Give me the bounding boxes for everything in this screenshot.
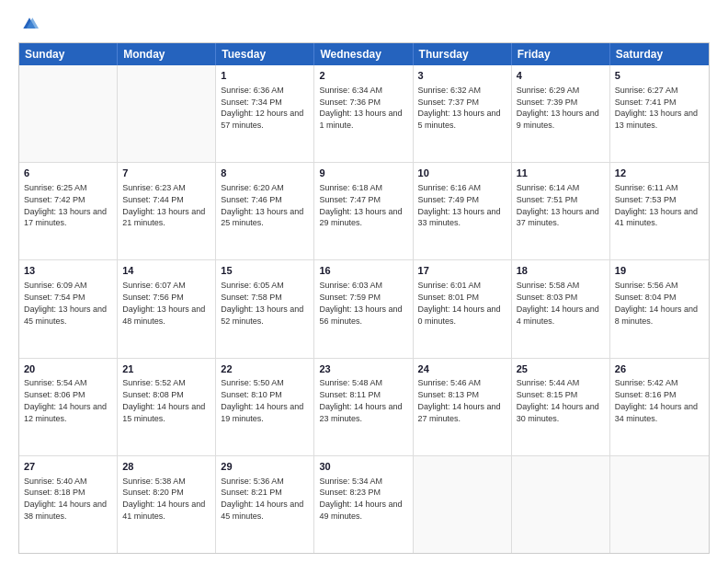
calendar-cell: 2Sunrise: 6:34 AM Sunset: 7:36 PM Daylig…: [314, 65, 413, 162]
weekday-header: Friday: [512, 43, 610, 65]
cell-daylight-info: Sunrise: 5:40 AM Sunset: 8:18 PM Dayligh…: [24, 477, 109, 521]
weekday-header: Wednesday: [314, 43, 413, 65]
table-row: 27Sunrise: 5:40 AM Sunset: 8:18 PM Dayli…: [19, 456, 709, 553]
calendar-cell: [19, 65, 118, 162]
day-number: 23: [319, 362, 407, 376]
calendar-cell: 5Sunrise: 6:27 AM Sunset: 7:41 PM Daylig…: [610, 65, 709, 162]
table-row: 1Sunrise: 6:36 AM Sunset: 7:34 PM Daylig…: [19, 65, 709, 163]
calendar-cell: 14Sunrise: 6:07 AM Sunset: 7:56 PM Dayli…: [118, 260, 216, 357]
cell-daylight-info: Sunrise: 5:54 AM Sunset: 8:06 PM Dayligh…: [24, 378, 109, 422]
cell-daylight-info: Sunrise: 5:58 AM Sunset: 8:03 PM Dayligh…: [517, 281, 602, 325]
calendar-cell: 19Sunrise: 5:56 AM Sunset: 8:04 PM Dayli…: [610, 260, 709, 357]
day-number: 4: [517, 69, 605, 83]
cell-daylight-info: Sunrise: 5:38 AM Sunset: 8:20 PM Dayligh…: [122, 477, 208, 521]
calendar-cell: 13Sunrise: 6:09 AM Sunset: 7:54 PM Dayli…: [19, 260, 118, 357]
day-number: 14: [122, 264, 210, 278]
calendar-cell: 16Sunrise: 6:03 AM Sunset: 7:59 PM Dayli…: [314, 260, 413, 357]
day-number: 13: [24, 264, 112, 278]
day-number: 17: [418, 264, 506, 278]
cell-daylight-info: Sunrise: 6:18 AM Sunset: 7:47 PM Dayligh…: [319, 183, 404, 227]
calendar: SundayMondayTuesdayWednesdayThursdayFrid…: [18, 42, 710, 554]
day-number: 5: [615, 69, 704, 83]
cell-daylight-info: Sunrise: 6:25 AM Sunset: 7:42 PM Dayligh…: [24, 183, 109, 227]
calendar-cell: [610, 456, 709, 553]
cell-daylight-info: Sunrise: 5:50 AM Sunset: 8:10 PM Dayligh…: [221, 378, 306, 422]
cell-daylight-info: Sunrise: 6:29 AM Sunset: 7:39 PM Dayligh…: [517, 86, 602, 130]
calendar-cell: [118, 65, 216, 162]
cell-daylight-info: Sunrise: 5:34 AM Sunset: 8:23 PM Dayligh…: [319, 477, 404, 521]
day-number: 11: [517, 167, 605, 180]
cell-daylight-info: Sunrise: 6:01 AM Sunset: 8:01 PM Dayligh…: [418, 281, 504, 325]
cell-daylight-info: Sunrise: 5:36 AM Sunset: 8:21 PM Dayligh…: [221, 477, 306, 521]
day-number: 20: [24, 362, 112, 376]
header: [18, 15, 710, 33]
calendar-cell: 11Sunrise: 6:14 AM Sunset: 7:51 PM Dayli…: [512, 163, 610, 259]
day-number: 27: [24, 460, 112, 474]
calendar-cell: [512, 456, 610, 553]
logo: [18, 15, 39, 33]
calendar-cell: 8Sunrise: 6:20 AM Sunset: 7:46 PM Daylig…: [216, 163, 314, 259]
weekday-header: Monday: [118, 43, 216, 65]
cell-daylight-info: Sunrise: 5:48 AM Sunset: 8:11 PM Dayligh…: [319, 378, 404, 422]
cell-daylight-info: Sunrise: 5:42 AM Sunset: 8:16 PM Dayligh…: [615, 378, 700, 422]
calendar-cell: 1Sunrise: 6:36 AM Sunset: 7:34 PM Daylig…: [216, 65, 314, 162]
day-number: 6: [24, 167, 112, 180]
day-number: 15: [221, 264, 309, 278]
table-row: 6Sunrise: 6:25 AM Sunset: 7:42 PM Daylig…: [19, 163, 709, 260]
weekday-header: Saturday: [610, 43, 709, 65]
weekday-header: Tuesday: [216, 43, 314, 65]
cell-daylight-info: Sunrise: 6:20 AM Sunset: 7:46 PM Dayligh…: [221, 183, 306, 227]
calendar-cell: 29Sunrise: 5:36 AM Sunset: 8:21 PM Dayli…: [216, 456, 314, 553]
calendar-cell: 18Sunrise: 5:58 AM Sunset: 8:03 PM Dayli…: [512, 260, 610, 357]
cell-daylight-info: Sunrise: 6:16 AM Sunset: 7:49 PM Dayligh…: [418, 183, 504, 227]
cell-daylight-info: Sunrise: 6:03 AM Sunset: 7:59 PM Dayligh…: [319, 281, 404, 325]
logo-icon: [20, 15, 39, 33]
calendar-cell: 6Sunrise: 6:25 AM Sunset: 7:42 PM Daylig…: [19, 163, 118, 259]
cell-daylight-info: Sunrise: 6:05 AM Sunset: 7:58 PM Dayligh…: [221, 281, 306, 325]
cell-daylight-info: Sunrise: 6:14 AM Sunset: 7:51 PM Dayligh…: [517, 183, 602, 227]
calendar-cell: 4Sunrise: 6:29 AM Sunset: 7:39 PM Daylig…: [512, 65, 610, 162]
day-number: 2: [319, 69, 407, 83]
calendar-cell: 17Sunrise: 6:01 AM Sunset: 8:01 PM Dayli…: [414, 260, 512, 357]
cell-daylight-info: Sunrise: 5:52 AM Sunset: 8:08 PM Dayligh…: [122, 378, 208, 422]
day-number: 9: [319, 167, 407, 180]
day-number: 8: [221, 167, 309, 180]
day-number: 16: [319, 264, 407, 278]
calendar-cell: 3Sunrise: 6:32 AM Sunset: 7:37 PM Daylig…: [414, 65, 512, 162]
calendar-cell: 30Sunrise: 5:34 AM Sunset: 8:23 PM Dayli…: [314, 456, 413, 553]
calendar-cell: 7Sunrise: 6:23 AM Sunset: 7:44 PM Daylig…: [118, 163, 216, 259]
day-number: 12: [615, 167, 704, 180]
day-number: 26: [615, 362, 704, 376]
day-number: 18: [517, 264, 605, 278]
cell-daylight-info: Sunrise: 6:07 AM Sunset: 7:56 PM Dayligh…: [122, 281, 208, 325]
page: SundayMondayTuesdayWednesdayThursdayFrid…: [0, 0, 728, 563]
day-number: 29: [221, 460, 309, 474]
calendar-body: 1Sunrise: 6:36 AM Sunset: 7:34 PM Daylig…: [19, 65, 709, 553]
day-number: 10: [418, 167, 506, 180]
calendar-cell: 22Sunrise: 5:50 AM Sunset: 8:10 PM Dayli…: [216, 359, 314, 455]
calendar-cell: 9Sunrise: 6:18 AM Sunset: 7:47 PM Daylig…: [314, 163, 413, 259]
cell-daylight-info: Sunrise: 6:34 AM Sunset: 7:36 PM Dayligh…: [319, 86, 404, 130]
cell-daylight-info: Sunrise: 5:46 AM Sunset: 8:13 PM Dayligh…: [418, 378, 504, 422]
calendar-cell: 26Sunrise: 5:42 AM Sunset: 8:16 PM Dayli…: [610, 359, 709, 455]
calendar-header: SundayMondayTuesdayWednesdayThursdayFrid…: [19, 43, 709, 65]
cell-daylight-info: Sunrise: 6:36 AM Sunset: 7:34 PM Dayligh…: [221, 86, 306, 130]
weekday-header: Sunday: [19, 43, 118, 65]
table-row: 20Sunrise: 5:54 AM Sunset: 8:06 PM Dayli…: [19, 359, 709, 456]
weekday-header: Thursday: [414, 43, 512, 65]
day-number: 24: [418, 362, 506, 376]
cell-daylight-info: Sunrise: 5:56 AM Sunset: 8:04 PM Dayligh…: [615, 281, 700, 325]
calendar-cell: 21Sunrise: 5:52 AM Sunset: 8:08 PM Dayli…: [118, 359, 216, 455]
day-number: 3: [418, 69, 506, 83]
calendar-cell: 27Sunrise: 5:40 AM Sunset: 8:18 PM Dayli…: [19, 456, 118, 553]
day-number: 19: [615, 264, 704, 278]
day-number: 1: [221, 69, 309, 83]
calendar-cell: 23Sunrise: 5:48 AM Sunset: 8:11 PM Dayli…: [314, 359, 413, 455]
cell-daylight-info: Sunrise: 6:09 AM Sunset: 7:54 PM Dayligh…: [24, 281, 109, 325]
day-number: 22: [221, 362, 309, 376]
calendar-cell: 15Sunrise: 6:05 AM Sunset: 7:58 PM Dayli…: [216, 260, 314, 357]
cell-daylight-info: Sunrise: 6:23 AM Sunset: 7:44 PM Dayligh…: [122, 183, 208, 227]
day-number: 21: [122, 362, 210, 376]
calendar-cell: 10Sunrise: 6:16 AM Sunset: 7:49 PM Dayli…: [414, 163, 512, 259]
calendar-cell: 28Sunrise: 5:38 AM Sunset: 8:20 PM Dayli…: [118, 456, 216, 553]
